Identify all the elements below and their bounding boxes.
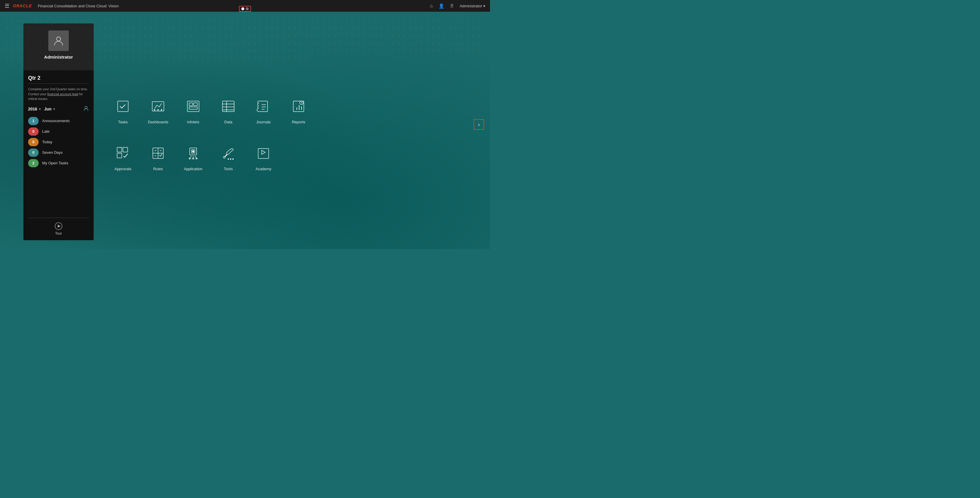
svg-rect-23 xyxy=(117,147,122,152)
tasks-svg xyxy=(115,99,130,114)
svg-point-40 xyxy=(228,158,229,160)
approvals-svg xyxy=(115,145,130,161)
nav-item-rules[interactable]: Rules xyxy=(140,135,176,182)
nav-grid: Tasks Dashboards xyxy=(105,88,481,182)
tour-label: Tour xyxy=(55,231,62,236)
reports-svg xyxy=(291,99,306,114)
tasks-icon xyxy=(115,99,130,116)
nav-item-data[interactable]: Data xyxy=(211,88,246,135)
nav-item-approvals[interactable]: Approvals xyxy=(105,135,140,182)
task-item-sevendays[interactable]: 0 Seven Days xyxy=(28,148,89,157)
approvals-label: Approvals xyxy=(115,167,131,171)
academy-svg xyxy=(256,145,271,161)
dashboards-icon xyxy=(150,99,165,116)
svg-point-1 xyxy=(85,106,87,109)
task-item-today[interactable]: 0 Today xyxy=(28,138,89,146)
open-label: My Open Tasks xyxy=(42,161,68,165)
svg-point-38 xyxy=(192,150,194,152)
nav-item-tools[interactable]: Tools xyxy=(211,135,246,182)
app-title: Financial Consolidation and Close Cloud:… xyxy=(38,4,119,8)
dot-2[interactable] xyxy=(246,7,249,10)
task-list: 1 Announcements 0 Late 0 Today 0 Seven D… xyxy=(28,117,89,167)
date-row: 2016 ▼ Jun ▼ xyxy=(28,105,89,113)
apps-icon[interactable]: ⠿ xyxy=(450,3,454,9)
svg-rect-25 xyxy=(117,153,122,158)
dot-1[interactable] xyxy=(242,7,244,10)
data-label: Data xyxy=(224,120,232,124)
qtr-description: Complete your 2nd Quarter tasks on time.… xyxy=(28,87,89,101)
infolets-label: Infolets xyxy=(187,120,199,124)
rules-icon xyxy=(150,145,165,163)
svg-point-42 xyxy=(233,158,234,160)
academy-label: Academy xyxy=(256,167,271,171)
nav-item-infolets[interactable]: Infolets xyxy=(176,88,211,135)
home-icon[interactable]: ⌂ xyxy=(430,3,433,8)
task-item-announcements[interactable]: 1 Announcements xyxy=(28,117,89,125)
nav-item-journals[interactable]: Journals xyxy=(246,88,281,135)
svg-point-8 xyxy=(161,109,162,110)
task-item-open[interactable]: 2 My Open Tasks xyxy=(28,159,89,167)
tools-icon xyxy=(221,145,236,163)
svg-point-6 xyxy=(154,109,155,110)
journals-icon xyxy=(256,99,271,116)
late-label: Late xyxy=(42,129,49,134)
dashboards-label: Dashboards xyxy=(148,120,168,124)
month-selector[interactable]: Jun ▼ xyxy=(44,107,56,111)
svg-point-7 xyxy=(158,109,159,110)
announcements-badge: 1 xyxy=(28,117,39,125)
qtr-divider xyxy=(28,83,89,84)
person-icon[interactable]: 👤 xyxy=(439,3,444,9)
user-dropdown-arrow: ▾ xyxy=(483,4,485,8)
nav-grid-area: Tasks Dashboards xyxy=(105,24,481,240)
avatar xyxy=(48,30,69,51)
infolets-svg xyxy=(186,99,201,114)
hamburger-menu[interactable]: ☰ xyxy=(5,3,10,9)
nav-item-reports[interactable]: Reports xyxy=(281,88,316,135)
svg-point-0 xyxy=(56,37,60,41)
financial-account-link[interactable]: financial account lead xyxy=(47,92,78,96)
application-svg xyxy=(186,145,201,161)
admin-name: Administrator xyxy=(44,54,73,59)
task-item-late[interactable]: 0 Late xyxy=(28,128,89,136)
pagination-dots xyxy=(239,6,251,12)
application-icon xyxy=(186,145,201,163)
svg-rect-4 xyxy=(118,101,128,112)
infolets-icon xyxy=(186,99,201,116)
svg-rect-21 xyxy=(293,101,304,112)
svg-point-41 xyxy=(231,158,231,160)
year-selector[interactable]: 2016 ▼ xyxy=(28,107,41,111)
next-page-button[interactable]: › xyxy=(474,119,484,130)
nav-item-tasks[interactable]: Tasks xyxy=(105,88,140,135)
approvals-icon xyxy=(115,145,130,163)
topbar-right: ⌂ 👤 ⠿ Administrator ▾ xyxy=(430,3,485,9)
user-filter-icon[interactable] xyxy=(83,105,89,113)
nav-item-dashboards[interactable]: Dashboards xyxy=(140,88,176,135)
journals-svg xyxy=(256,99,271,114)
journals-label: Journals xyxy=(256,120,270,124)
tasks-label: Tasks xyxy=(118,120,127,124)
user-card-header: Administrator xyxy=(24,24,94,70)
svg-rect-10 xyxy=(189,103,192,106)
tools-label: Tools xyxy=(224,167,233,171)
tour-button[interactable]: Tour xyxy=(54,222,63,236)
sevendays-label: Seven Days xyxy=(42,150,63,155)
user-name-label: Administrator xyxy=(460,4,482,8)
application-label: Application xyxy=(184,167,202,171)
year-dropdown-arrow: ▼ xyxy=(38,107,41,111)
data-svg xyxy=(221,99,236,114)
nav-item-academy[interactable]: Academy xyxy=(246,135,281,182)
nav-item-application[interactable]: Application xyxy=(176,135,211,182)
qtr-label: Qtr 2 xyxy=(28,75,89,81)
reports-label: Reports xyxy=(292,120,305,124)
rules-label: Rules xyxy=(153,167,163,171)
user-menu[interactable]: Administrator ▾ xyxy=(460,4,485,8)
svg-rect-9 xyxy=(187,101,199,112)
user-card-body: Qtr 2 Complete your 2nd Quarter tasks on… xyxy=(24,70,94,214)
avatar-icon xyxy=(52,35,64,46)
dashboards-svg xyxy=(150,99,165,114)
svg-rect-11 xyxy=(194,103,197,106)
tour-play-icon xyxy=(54,222,63,230)
tools-svg xyxy=(221,145,236,161)
late-badge: 0 xyxy=(28,128,39,136)
data-icon xyxy=(221,99,236,116)
